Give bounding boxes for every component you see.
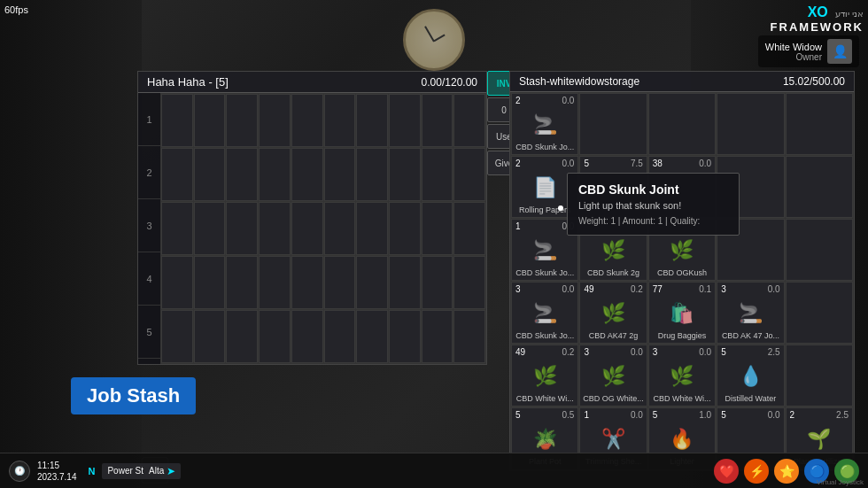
stash-cell[interactable]: 770.1🛍️Drug Baggies (648, 282, 716, 344)
clock-icon: 🕐 (9, 461, 30, 482)
stash-item-name: CBD White Wi... (514, 395, 576, 404)
inventory-cell[interactable] (389, 256, 421, 309)
inventory-cell[interactable] (226, 202, 258, 255)
inventory-cell[interactable] (226, 310, 258, 363)
framework-text: FRAMEWORK (771, 20, 864, 34)
inventory-cell[interactable] (161, 310, 193, 363)
stash-cell[interactable] (786, 219, 853, 281)
inventory-cell[interactable] (324, 94, 356, 147)
inventory-cell[interactable] (194, 310, 226, 363)
xo-text: XO (808, 4, 828, 19)
taskbar-icon-fire[interactable]: ⚡ (744, 459, 769, 484)
stash-cell[interactable] (786, 93, 853, 155)
inventory-cell[interactable] (259, 148, 291, 201)
stash-item-weight: 1.0 (699, 410, 711, 420)
inventory-cell[interactable] (453, 256, 485, 309)
stash-cell[interactable]: 490.2🌿CBD White Wi... (511, 345, 578, 407)
inventory-cell[interactable] (389, 148, 421, 201)
inventory-cell[interactable] (291, 256, 323, 309)
inventory-cell[interactable] (453, 148, 485, 201)
inventory-cell[interactable] (194, 94, 226, 147)
inventory-cell[interactable] (226, 94, 258, 147)
row-label-2: 2 (138, 146, 160, 199)
job-stash-label: Job Stash (71, 377, 196, 414)
inventory-cell[interactable] (324, 202, 356, 255)
inventory-cell[interactable] (194, 148, 226, 201)
inventory-cell[interactable] (161, 94, 193, 147)
inventory-cell[interactable] (259, 310, 291, 363)
stash-cell[interactable] (786, 345, 853, 407)
inventory-cell[interactable] (324, 256, 356, 309)
stash-item-weight: 0.0 (631, 410, 643, 420)
stash-cell[interactable]: 52.5💧Distilled Water (717, 345, 784, 407)
stash-cell[interactable] (786, 156, 853, 218)
stash-item-weight: 0.0 (768, 410, 780, 420)
inventory-cell[interactable] (422, 310, 453, 363)
inventory-cell[interactable] (324, 310, 356, 363)
inventory-cell[interactable] (356, 256, 388, 309)
inventory-cell[interactable] (194, 202, 226, 255)
inventory-grid (160, 93, 486, 364)
inventory-cell[interactable] (291, 94, 323, 147)
inventory-cell[interactable] (453, 94, 485, 147)
avatar: 👤 (827, 39, 852, 64)
stash-item-icon: 🛍️ (670, 302, 694, 325)
stash-cell[interactable]: 30.0🌿CBD White Wi... (648, 345, 716, 407)
stash-cell[interactable] (648, 93, 716, 155)
row-label-5: 5 (138, 306, 160, 359)
stash-cell[interactable]: 30.0🌿CBD OG White... (579, 345, 647, 407)
inventory-cell[interactable] (291, 202, 323, 255)
inventory-cell[interactable] (324, 148, 356, 201)
inventory-cell[interactable] (291, 310, 323, 363)
inventory-cell[interactable] (453, 202, 485, 255)
row-label-1: 1 (138, 93, 160, 146)
inventory-cell[interactable] (389, 94, 421, 147)
stash-item-icon: 🚬 (533, 113, 557, 136)
stash-cell[interactable] (717, 93, 784, 155)
stash-item-weight: 0.2 (562, 347, 574, 357)
inventory-cell[interactable] (453, 310, 485, 363)
inventory-cell[interactable] (259, 202, 291, 255)
inventory-cell[interactable] (356, 202, 388, 255)
stash-item-weight: 0.0 (699, 347, 711, 357)
stash-cell[interactable]: 30.0🚬CBD Skunk Jo... (511, 282, 578, 344)
inventory-cell[interactable] (422, 256, 453, 309)
inventory-cell[interactable] (226, 256, 258, 309)
taskbar-icon-star[interactable]: ⭐ (774, 459, 799, 484)
inventory-cell[interactable] (259, 256, 291, 309)
inventory-cell[interactable] (259, 94, 291, 147)
stash-item-weight: 2.5 (836, 410, 849, 420)
item-tooltip: CBD Skunk Joint Light up that skunk son!… (567, 173, 740, 236)
inventory-cell[interactable] (422, 202, 453, 255)
inventory-cell[interactable] (389, 202, 421, 255)
inventory-cell[interactable] (356, 148, 388, 201)
inventory-cell[interactable] (356, 310, 388, 363)
stash-item-icon: 🚬 (739, 302, 763, 325)
stash-item-qty: 5 (721, 410, 726, 420)
stash-item-weight: 0.0 (768, 284, 780, 294)
inventory-cell[interactable] (389, 310, 421, 363)
stash-cell[interactable]: 30.0🚬CBD AK 47 Jo... (717, 282, 784, 344)
inventory-title: Haha Haha - [5] (147, 75, 229, 89)
stash-item-weight: 0.1 (699, 284, 711, 294)
stash-item-name: Drug Baggies (651, 332, 713, 341)
stash-cell[interactable]: 20.0🚬CBD Skunk Jo... (511, 93, 578, 155)
taskbar-icon-heart[interactable]: ❤️ (714, 459, 739, 484)
stash-item-icon: 🪴 (533, 428, 557, 451)
inventory-cell[interactable] (291, 148, 323, 201)
inventory-cell[interactable] (422, 94, 453, 147)
stash-grid: 20.0🚬CBD Skunk Jo...20.0📄Rolling Papers5… (510, 92, 854, 470)
inventory-cell[interactable] (422, 148, 453, 201)
inventory-cell[interactable] (194, 256, 226, 309)
tooltip-title: CBD Skunk Joint (578, 182, 728, 197)
inventory-cell[interactable] (161, 148, 193, 201)
row-label-3: 3 (138, 199, 160, 252)
inventory-cell[interactable] (161, 256, 193, 309)
stash-cell[interactable] (579, 93, 647, 155)
stash-cell[interactable]: 490.2🌿CBD AK47 2g (579, 282, 647, 344)
stash-cell[interactable] (786, 282, 853, 344)
inventory-cell[interactable] (161, 202, 193, 255)
inventory-cell[interactable] (356, 94, 388, 147)
xo-logo: XO אני יודע FRAMEWORK (771, 4, 864, 34)
inventory-cell[interactable] (226, 148, 258, 201)
